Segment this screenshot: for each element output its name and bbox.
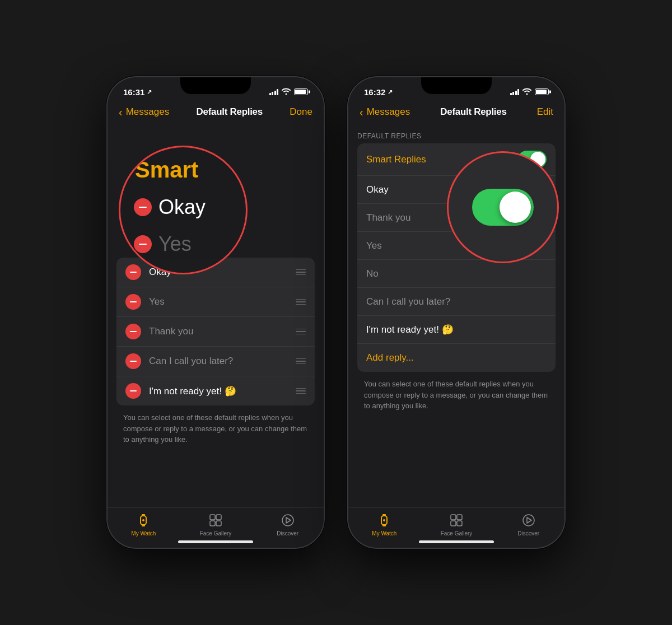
- replies-list-1: Okay Yes: [116, 258, 315, 405]
- watch-icon-2: [376, 512, 392, 528]
- svg-marker-19: [527, 517, 531, 523]
- time-1: 16:31: [123, 87, 144, 97]
- zoom-circle-1: Smart Okay Yes: [119, 146, 248, 274]
- tab-face-gallery-2[interactable]: Face Gallery: [421, 512, 493, 537]
- drag-handle-okay[interactable]: [296, 269, 306, 276]
- settings-item-notready-2[interactable]: I'm not ready yet! 🤔: [357, 316, 556, 344]
- svg-marker-9: [286, 517, 291, 523]
- face-gallery-icon-2: [449, 512, 464, 528]
- footer-text-1: You can select one of these default repl…: [108, 405, 324, 452]
- phones-container: 16:31 ↗: [106, 76, 566, 549]
- edit-button-2[interactable]: Edit: [537, 106, 553, 118]
- chevron-icon-2: ‹: [360, 106, 363, 118]
- zoom-yes-text: Yes: [158, 232, 192, 256]
- nav-header-2: ‹ Messages Default Replies Edit: [348, 102, 564, 123]
- signal-icon-1: [269, 89, 279, 95]
- list-item-yes: Yes: [116, 287, 315, 317]
- svg-point-18: [523, 515, 534, 526]
- list-item-notready: I'm not ready yet! 🤔: [116, 376, 315, 405]
- zoom-delete-btn-okay[interactable]: [134, 198, 152, 216]
- back-label-2: Messages: [367, 106, 410, 118]
- status-time-2: 16:32 ↗: [364, 87, 393, 97]
- settings-item-addreply[interactable]: Add reply...: [357, 344, 556, 372]
- phone-1: 16:31 ↗: [106, 76, 325, 549]
- tab-discover-1[interactable]: Discover: [251, 512, 324, 537]
- list-item-thankyou: Thank you: [116, 317, 315, 347]
- nav-header-1: ‹ Messages Default Replies Done: [108, 102, 324, 123]
- svg-rect-7: [216, 521, 221, 526]
- svg-rect-15: [457, 515, 462, 520]
- home-indicator-2: [419, 540, 494, 543]
- footer-text-2: You can select one of these default repl…: [348, 372, 564, 418]
- time-2: 16:32: [364, 87, 385, 97]
- tab-facegallery-label-1: Face Gallery: [200, 530, 232, 537]
- delete-okay-btn[interactable]: [125, 264, 141, 280]
- zoom-toggle-large: [472, 189, 534, 226]
- list-item-calllater: Can I call you later?: [116, 347, 315, 376]
- svg-point-13: [383, 519, 385, 521]
- tab-facegallery-label-2: Face Gallery: [441, 530, 473, 537]
- wifi-icon-2: [522, 88, 531, 96]
- status-bar-1: 16:31 ↗: [108, 77, 324, 102]
- back-button-1[interactable]: ‹ Messages: [119, 106, 169, 118]
- svg-rect-1: [142, 514, 145, 516]
- done-button-1[interactable]: Done: [290, 106, 312, 118]
- discover-icon-1: [280, 512, 296, 528]
- battery-icon-2: [535, 88, 549, 95]
- scroll-area-1: Smart Okay Yes: [108, 123, 324, 507]
- tab-face-gallery-1[interactable]: Face Gallery: [180, 512, 252, 537]
- watch-icon-1: [136, 512, 151, 528]
- tab-mywatch-label-1: My Watch: [131, 530, 156, 537]
- svg-rect-17: [457, 521, 462, 526]
- svg-rect-11: [382, 514, 386, 516]
- addreply-label: Add reply...: [366, 352, 547, 363]
- svg-rect-6: [210, 521, 215, 526]
- delete-yes-btn[interactable]: [125, 294, 141, 310]
- location-arrow-2: ↗: [388, 88, 393, 96]
- page-title-1: Default Replies: [197, 106, 263, 118]
- drag-handle-calllater[interactable]: [296, 358, 306, 365]
- wifi-icon-1: [282, 88, 291, 96]
- svg-point-3: [142, 519, 144, 521]
- delete-notready-btn[interactable]: [125, 383, 141, 399]
- battery-icon-1: [294, 88, 308, 95]
- face-gallery-icon-1: [208, 512, 223, 528]
- drag-handle-notready[interactable]: [296, 388, 306, 394]
- item-text-yes: Yes: [149, 296, 289, 307]
- tab-my-watch-2[interactable]: My Watch: [348, 512, 421, 537]
- tab-discover-label-1: Discover: [277, 530, 298, 537]
- chevron-icon-1: ‹: [119, 106, 123, 118]
- svg-rect-5: [216, 515, 221, 520]
- status-time-1: 16:31 ↗: [123, 87, 152, 97]
- drag-handle-thankyou[interactable]: [296, 329, 306, 335]
- delete-calllater-btn[interactable]: [125, 353, 141, 369]
- zoom-delete-btn-yes[interactable]: [134, 235, 152, 253]
- status-icons-2: [510, 88, 549, 96]
- section-label-2: DEFAULT REPLIES: [348, 123, 564, 143]
- signal-icon-2: [510, 89, 520, 95]
- notready-label-2: I'm not ready yet! 🤔: [366, 324, 547, 335]
- no-label-2: No: [366, 268, 547, 279]
- status-bar-2: 16:32 ↗: [348, 77, 564, 102]
- tab-mywatch-label-2: My Watch: [372, 530, 396, 537]
- zoom-smart-text: Smart: [129, 158, 237, 181]
- location-arrow-1: ↗: [147, 88, 152, 96]
- tab-discover-label-2: Discover: [517, 530, 539, 537]
- item-text-thankyou: Thank you: [149, 326, 289, 337]
- page-title-2: Default Replies: [440, 106, 506, 118]
- zoom-toggle-knob: [500, 192, 531, 223]
- item-text-calllater: Can I call you later?: [149, 356, 289, 367]
- settings-item-no-2[interactable]: No: [357, 260, 556, 288]
- tab-discover-2[interactable]: Discover: [492, 512, 564, 537]
- svg-rect-14: [451, 515, 456, 520]
- item-text-notready: I'm not ready yet! 🤔: [149, 385, 289, 397]
- svg-rect-16: [451, 521, 456, 526]
- drag-handle-yes[interactable]: [296, 299, 306, 305]
- back-label-1: Messages: [126, 106, 169, 118]
- tab-my-watch-1[interactable]: My Watch: [108, 512, 180, 537]
- back-button-2[interactable]: ‹ Messages: [360, 106, 410, 118]
- delete-thankyou-btn[interactable]: [125, 324, 141, 339]
- discover-icon-2: [521, 512, 536, 528]
- settings-item-calllater-2[interactable]: Can I call you later?: [357, 288, 556, 316]
- phone-2: 16:32 ↗: [347, 76, 566, 549]
